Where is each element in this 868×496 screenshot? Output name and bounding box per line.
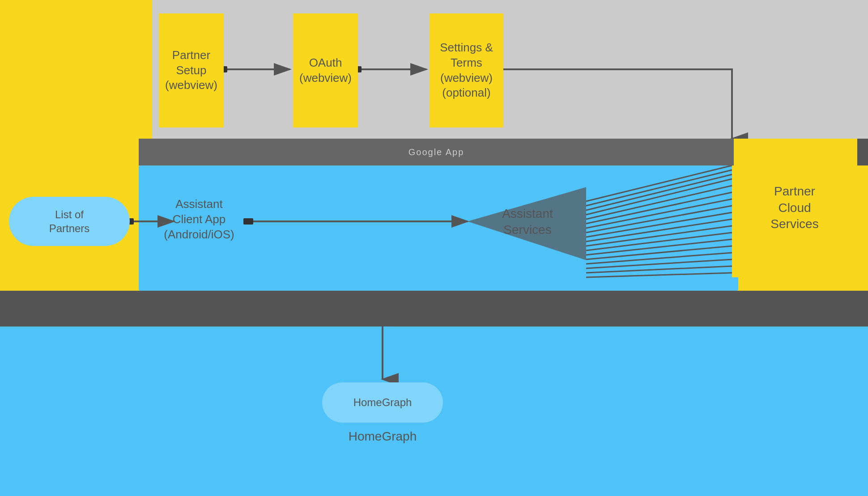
settings-terms-box: Settings &Terms(webview)(optional): [430, 13, 503, 127]
list-of-partners-label: List ofPartners: [49, 208, 90, 235]
settings-terms-label: Settings &Terms(webview)(optional): [440, 40, 493, 101]
list-of-partners-oval: List ofPartners: [9, 197, 130, 246]
assistant-services-label: AssistantServices: [502, 207, 553, 237]
dark-bottom-stripe: [0, 291, 868, 326]
homegraph-label: HomeGraph: [349, 429, 417, 443]
assistant-client-app-container: AssistantClient App(Android/iOS): [152, 197, 246, 242]
oauth-box: OAuth(webview): [293, 13, 358, 127]
partner-cloud-services-box: PartnerCloudServices: [732, 139, 857, 277]
partner-cloud-services-label: PartnerCloudServices: [770, 183, 818, 232]
homegraph-oval: HomeGraph: [322, 382, 443, 423]
google-app-area-label: Google App: [408, 147, 464, 157]
homegraph-oval-label: HomeGraph: [353, 396, 412, 409]
google-app-area-stripe: Google App: [139, 139, 734, 165]
homegraph-text-container: HomeGraph: [322, 429, 443, 444]
partner-setup-label: PartnerSetup(webview): [165, 48, 217, 93]
assistant-services-container: AssistantServices: [472, 206, 583, 238]
partner-setup-box: PartnerSetup(webview): [159, 13, 224, 127]
oauth-label: OAuth(webview): [299, 55, 352, 86]
assistant-client-app-label: AssistantClient App(Android/iOS): [164, 197, 234, 241]
